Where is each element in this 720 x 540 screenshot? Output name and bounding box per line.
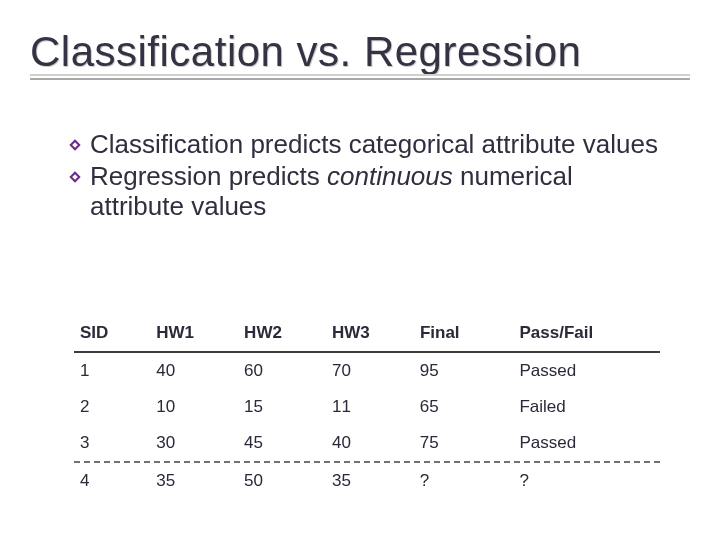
table-header-row: SID HW1 HW2 HW3 Final Pass/Fail xyxy=(74,315,660,351)
cell: 30 xyxy=(150,425,238,461)
cell: Passed xyxy=(513,425,660,461)
cell: 45 xyxy=(238,425,326,461)
table-row: 1 40 60 70 95 Passed xyxy=(74,353,660,389)
slide: Classification vs. Regression Classifica… xyxy=(0,0,720,540)
cell: 70 xyxy=(326,353,414,389)
title-divider-hint xyxy=(30,74,690,76)
cell: 60 xyxy=(238,353,326,389)
cell: 10 xyxy=(150,389,238,425)
cell: ? xyxy=(414,463,514,499)
cell: 1 xyxy=(74,353,150,389)
table-head: SID HW1 HW2 HW3 Final Pass/Fail xyxy=(74,315,660,351)
bullet-text-em: continuous xyxy=(327,161,453,191)
cell: 15 xyxy=(238,389,326,425)
cell: 40 xyxy=(326,425,414,461)
table: SID HW1 HW2 HW3 Final Pass/Fail xyxy=(74,315,660,351)
table-body: 1 40 60 70 95 Passed 2 10 15 11 65 Faile… xyxy=(74,353,660,461)
slide-title: Classification vs. Regression xyxy=(30,28,690,76)
cell: 40 xyxy=(150,353,238,389)
cell: 4 xyxy=(74,463,150,499)
cell: ? xyxy=(513,463,660,499)
bullet-diamond-icon xyxy=(68,138,82,152)
table-row: 2 10 15 11 65 Failed xyxy=(74,389,660,425)
bullet-text-pre: Classification predicts categorical attr… xyxy=(90,129,658,159)
bullet-text: Classification predicts categorical attr… xyxy=(90,130,658,160)
col-header: Final xyxy=(414,315,514,351)
bullet-text: Regression predicts continuous numerical… xyxy=(90,162,670,222)
table-row: 4 35 50 35 ? ? xyxy=(74,463,660,499)
cell: Passed xyxy=(513,353,660,389)
cell: 50 xyxy=(238,463,326,499)
col-header: Pass/Fail xyxy=(514,315,661,351)
bullet-diamond-icon xyxy=(68,170,82,184)
cell: 75 xyxy=(414,425,514,461)
cell: Failed xyxy=(513,389,660,425)
data-table: SID HW1 HW2 HW3 Final Pass/Fail 1 40 60 … xyxy=(74,315,660,499)
table-predict: 4 35 50 35 ? ? xyxy=(74,463,660,499)
title-block: Classification vs. Regression xyxy=(30,28,690,80)
cell: 65 xyxy=(414,389,514,425)
bullet-item: Classification predicts categorical attr… xyxy=(68,130,670,160)
cell: 2 xyxy=(74,389,150,425)
cell: 11 xyxy=(326,389,414,425)
col-header: SID xyxy=(74,315,150,351)
table-row: 3 30 45 40 75 Passed xyxy=(74,425,660,461)
cell: 35 xyxy=(150,463,238,499)
col-header: HW3 xyxy=(326,315,414,351)
cell: 95 xyxy=(414,353,514,389)
bullet-text-pre: Regression predicts xyxy=(90,161,327,191)
cell: 3 xyxy=(74,425,150,461)
col-header: HW2 xyxy=(238,315,326,351)
body: Classification predicts categorical attr… xyxy=(68,130,670,224)
bullet-item: Regression predicts continuous numerical… xyxy=(68,162,670,222)
col-header: HW1 xyxy=(150,315,238,351)
cell: 35 xyxy=(326,463,414,499)
